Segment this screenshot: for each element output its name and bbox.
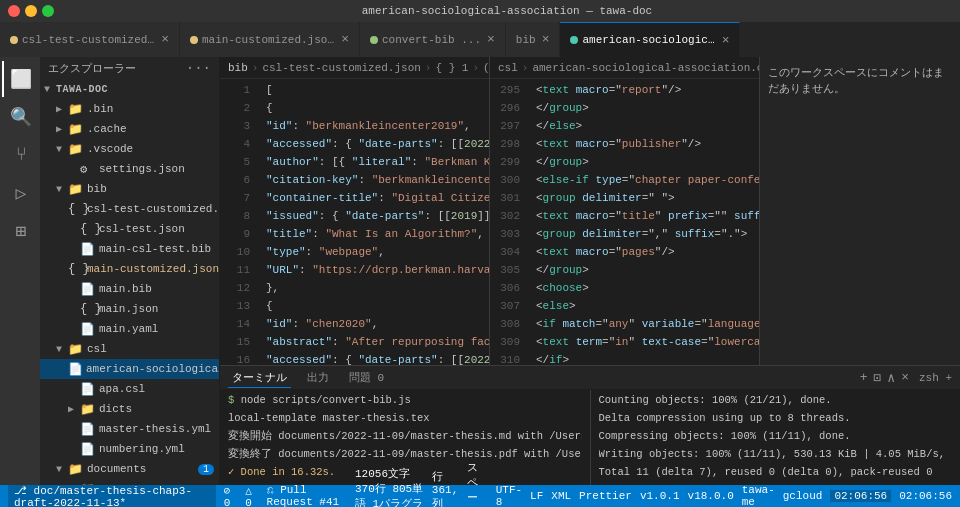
sidebar-item-csl-test-customized[interactable]: { } csl-test-customized.json	[40, 199, 219, 219]
tab-label: convert-bib ...	[382, 34, 481, 46]
terminal-close-button[interactable]: ×	[901, 370, 909, 385]
sep: ›	[472, 62, 479, 74]
line-position[interactable]: 行 361, 列 20	[432, 469, 459, 507]
arrow-icon: ▶	[68, 403, 80, 415]
code-line: <text macro="report"/>	[536, 81, 759, 99]
breadcrumb-csl: csl › american-sociological-association.…	[490, 57, 759, 79]
language-mode[interactable]: XML	[551, 490, 571, 502]
sidebar-item-main-csl[interactable]: 📄 main-csl-test.bib	[40, 239, 219, 259]
status-warnings: △ 0	[245, 484, 258, 508]
explorer-icon[interactable]: ⬜	[2, 61, 38, 97]
extensions-icon[interactable]: ⊞	[2, 213, 38, 249]
terminal-split-button[interactable]: ⊡	[874, 370, 882, 386]
lf-info[interactable]: LF	[530, 490, 543, 502]
version-v1: v1.0.1	[640, 490, 680, 502]
line-numbers: 295296297298299 300301302303304 30530630…	[490, 79, 528, 365]
search-icon[interactable]: 🔍	[2, 99, 38, 135]
run-icon[interactable]: ▷	[2, 175, 38, 211]
terminal-tab-terminal[interactable]: ターミナル	[228, 368, 291, 388]
sidebar-title: エクスプローラー	[48, 61, 136, 76]
pull-request[interactable]: ⎌ Pull Request #41	[267, 484, 347, 507]
right-panel: このワークスペースにコメントはまだありません。	[760, 57, 960, 365]
sidebar-item-master-thesis-yml[interactable]: 📄 master-thesis.yml	[40, 419, 219, 439]
tab-label: csl-test-customized.json	[22, 34, 155, 46]
sidebar-item-bib[interactable]: ▼ 📁 bib	[40, 179, 219, 199]
close-icon[interactable]: ×	[487, 32, 495, 47]
sidebar-item-main-customized[interactable]: { } main-customized.json M	[40, 259, 219, 279]
close-icon[interactable]: ×	[341, 32, 349, 47]
sidebar-item-main-yaml[interactable]: 📄 main.yaml	[40, 319, 219, 339]
folder-icon: 📁	[68, 122, 84, 137]
code-line: "container-title": "Digital Citizenship+…	[266, 189, 489, 207]
sidebar-item-cache[interactable]: ▶ 📁 .cache	[40, 119, 219, 139]
sidebar-item-apa[interactable]: 📄 apa.csl	[40, 379, 219, 399]
source-control-icon[interactable]: ⑂	[2, 137, 38, 173]
tab-bib[interactable]: bib ×	[506, 22, 561, 57]
terminal-line: Delta compression using up to 8 threads.	[599, 410, 953, 428]
sidebar-item-documents[interactable]: ▼ 📁 documents 1	[40, 459, 219, 479]
sidebar-item-bin[interactable]: ▶ 📁 .bin	[40, 99, 219, 119]
sep: ›	[425, 62, 432, 74]
close-icon[interactable]: ×	[722, 33, 730, 48]
file-label: main.yaml	[99, 323, 158, 335]
terminal-tab-problems[interactable]: 問題 0	[345, 368, 388, 387]
minimize-button[interactable]	[25, 5, 37, 17]
sidebar-content: ▼ TAWA-DOC ▶ 📁 .bin ▶ 📁 .cache ▼ 📁 .vsco…	[40, 79, 219, 485]
sidebar-item-dicts[interactable]: ▶ 📁 dicts	[40, 399, 219, 419]
sidebar-item-vscode[interactable]: ▼ 📁 .vscode	[40, 139, 219, 159]
time-right: 02:06:56	[899, 490, 952, 502]
sidebar-item-csl-test[interactable]: { } csl-test.json	[40, 219, 219, 239]
sidebar-item-csl-folder[interactable]: ▼ 📁 csl	[40, 339, 219, 359]
sidebar-item-numbering[interactable]: 📄 numbering.yml	[40, 439, 219, 459]
git-branch[interactable]: ⎇ doc/master-thesis-chap3-draft-2022-11-…	[8, 485, 216, 507]
window-title: american-sociological-association — tawa…	[62, 5, 952, 17]
code-line: </else>	[536, 117, 759, 135]
terminal-add-button[interactable]: +	[860, 370, 868, 385]
file-icon: 📄	[80, 382, 96, 397]
arrow-icon: ▼	[44, 84, 56, 95]
sidebar-item-settings[interactable]: ⚙ settings.json	[40, 159, 219, 179]
status-right: 12056文字 370行 805単語 1パラグラフ 行 361, 列 20 スペ…	[355, 460, 952, 507]
tab-dot	[370, 36, 378, 44]
encoding-info[interactable]: UTF-8	[496, 484, 522, 507]
maximize-button[interactable]	[42, 5, 54, 17]
tab-main-customized[interactable]: main-customized.json M ×	[180, 22, 360, 57]
file-label: main.bib	[99, 283, 152, 295]
close-icon[interactable]: ×	[542, 32, 550, 47]
spaces-info[interactable]: スペース: 2	[467, 460, 488, 507]
tab-convert-bib[interactable]: convert-bib ... ×	[360, 22, 506, 57]
tab-csl-customized[interactable]: csl-test-customized.json ×	[0, 22, 180, 57]
version-v18: v18.0.0	[688, 490, 734, 502]
editor-content-json[interactable]: 12345 678910 1112131415 1617181920 21222…	[220, 79, 489, 365]
tab-dot	[10, 36, 18, 44]
breadcrumb-text: american-sociological-association.csl	[532, 62, 759, 74]
sidebar-item-main-json[interactable]: { } main.json	[40, 299, 219, 319]
code-line: {	[266, 297, 489, 315]
code-line: "abstract": "After repurposing facial re…	[266, 333, 489, 351]
formatter-info[interactable]: Prettier	[579, 490, 632, 502]
terminal-line: $ node scripts/convert-bib.js	[228, 392, 582, 410]
sidebar-item-main-bib[interactable]: 📄 main.bib	[40, 279, 219, 299]
badge: 1	[198, 464, 214, 475]
file-icon: 📄	[80, 282, 96, 297]
editor-content-csl[interactable]: 295296297298299 300301302303304 30530630…	[490, 79, 759, 365]
folder-label: .bin	[87, 103, 113, 115]
sidebar-menu-icon[interactable]: ···	[186, 60, 211, 76]
arrow-icon: ▼	[56, 344, 68, 355]
folder-icon: 📁	[68, 102, 84, 117]
close-button[interactable]	[8, 5, 20, 17]
sidebar-root[interactable]: ▼ TAWA-DOC	[40, 79, 219, 99]
sidebar-item-asa[interactable]: 📄 american-sociological-ass...	[40, 359, 219, 379]
arrow-icon: ▶	[56, 103, 68, 115]
folder-icon: 📁	[80, 402, 96, 417]
file-label: apa.csl	[99, 383, 145, 395]
terminal-more-button[interactable]: ∧	[887, 370, 895, 386]
folder-icon: 📁	[68, 142, 84, 157]
code-content-json: [ { "id": "berkmankleincenter2019", "acc…	[258, 79, 489, 365]
tab-asa-csl[interactable]: american-sociological-association.csl ×	[560, 22, 740, 57]
file-icon: 📄	[80, 322, 96, 337]
terminal-tab-output[interactable]: 出力	[303, 368, 333, 387]
folder-label: csl	[87, 343, 107, 355]
close-icon[interactable]: ×	[161, 32, 169, 47]
arrow-icon: ▼	[56, 464, 68, 475]
